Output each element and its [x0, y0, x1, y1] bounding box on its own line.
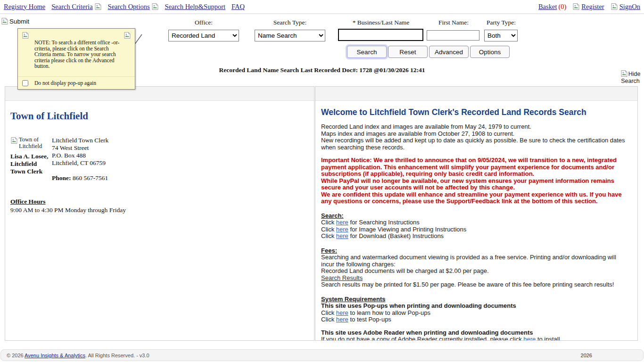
do-not-display-checkbox[interactable]: [22, 80, 28, 86]
search-results-link[interactable]: Search Results: [321, 274, 363, 281]
submit-label: Submit: [9, 18, 29, 25]
broken-image-icon: [10, 137, 18, 144]
popups-instruction-line: Click here to learn how to allow Pop-ups: [321, 310, 631, 317]
basket-count: (0): [558, 3, 566, 11]
fees-line: Searching and watermarked document viewi…: [321, 254, 631, 268]
phone-number: 860 567-7561: [71, 174, 108, 181]
party-type-select[interactable]: Both: [484, 30, 518, 41]
install-adobe-link[interactable]: here: [523, 336, 536, 341]
first-name-label: First Name:: [427, 19, 480, 26]
note-popup-dismiss-row: Do not display pop-up again: [18, 76, 135, 89]
broken-image-icon: [151, 3, 159, 10]
town-address-column: Litchfield Town Clerk 74 West Street P.O…: [52, 137, 108, 182]
broken-image-icon: [22, 32, 29, 39]
nav-registry-home[interactable]: Registry Home: [4, 3, 45, 11]
search-instruction-line: Click here for Image Viewing and Printin…: [321, 226, 631, 233]
advanced-button[interactable]: Advanced: [429, 46, 469, 58]
welcome-title: Welcome to Litchfield Town Clerk's Recor…: [321, 107, 631, 117]
important-notice: Important Notice: We are thrilled to ann…: [321, 157, 631, 205]
notice-line: Important Notice: We are thrilled to ann…: [321, 157, 631, 178]
search-instruction-line: Click here for Download (Basket) Instruc…: [321, 233, 631, 240]
note-popup: NOTE: To search a different office -or- …: [17, 28, 135, 90]
business-last-name-label: * Business/Last Name: [338, 19, 424, 26]
phone-line: Phone: 860 567-7561: [52, 174, 108, 182]
search-section-heading: Search:: [321, 213, 631, 220]
intro-paragraph: Recorded Land index and images are avail…: [321, 123, 631, 151]
party-type-label: Party Type:: [484, 19, 518, 26]
signon-item: SignOn: [611, 3, 640, 11]
spacer: [321, 323, 631, 329]
system-requirements-heading: System Requirements: [321, 296, 631, 303]
town-logo-alt-text: Town of Litchfield: [19, 137, 52, 149]
note-popup-text: NOTE: To search a different office -or- …: [34, 40, 122, 69]
intro-line: Maps index and images are available from…: [321, 131, 631, 138]
popups-title: This site uses Pop-ups when printing and…: [321, 303, 631, 310]
reset-button[interactable]: Reset: [388, 46, 428, 58]
line-text: Click: [321, 219, 336, 226]
search-type-label: Search Type:: [255, 19, 325, 26]
line-text: to learn how to allow Pop-ups: [348, 309, 430, 316]
hide-search-toggle[interactable]: Hide Search: [618, 70, 643, 85]
nav-search-options-item: Search Options: [108, 3, 159, 11]
broken-image-icon: [611, 3, 618, 10]
broken-image-icon: [572, 3, 580, 10]
town-info-panel: Town of Litchfield Town of Litchfield Li…: [5, 86, 314, 341]
allow-popups-link[interactable]: here: [336, 309, 348, 316]
copyright-pre: © 2026: [7, 353, 25, 358]
adobe-instruction-line: If you do not have a copy of Adobe Reade…: [321, 336, 631, 341]
test-popups-link[interactable]: here: [336, 316, 348, 323]
submit-button[interactable]: Submit: [1, 17, 29, 25]
town-info-body: Town of Litchfield Town of Litchfield Li…: [5, 101, 314, 214]
basket-item: Basket (0): [538, 3, 566, 11]
footer: © 2026 Avenu Insights & Analytics. All R…: [0, 349, 644, 361]
town-logo: Town of Litchfield: [10, 137, 52, 149]
broken-image-icon: [620, 70, 628, 77]
search-instruction-line: Click here for Searching Instructions: [321, 219, 631, 226]
nav-search-criteria[interactable]: Search Criteria: [51, 3, 92, 11]
top-nav: Registry Home Search Criteria Search Opt…: [0, 0, 644, 14]
business-last-name-input[interactable]: [338, 29, 423, 41]
office-label: Office:: [168, 19, 239, 26]
line-text: for Image Viewing and Printing Instructi…: [348, 226, 467, 233]
fees-line: Recorded Land documents will be charged …: [321, 268, 631, 275]
top-nav-right: Basket (0) Register SignOn: [538, 3, 640, 11]
town-title: Town of Litchfield: [10, 110, 308, 122]
download-basket-instructions-link[interactable]: here: [336, 232, 348, 239]
nav-search-options[interactable]: Search Options: [108, 3, 150, 11]
avenu-link[interactable]: Avenu Insights & Analytics: [25, 353, 85, 358]
do-not-display-label: Do not display pop-up again: [34, 80, 96, 86]
nav-faq[interactable]: FAQ: [231, 3, 245, 11]
fees-line: Search results may be printed for $1.50 …: [321, 281, 631, 288]
town-contact-row: Town of Litchfield Lisa A. Losee, Litchf…: [10, 137, 308, 182]
notice-line: We are confident this update will enhanc…: [321, 191, 631, 205]
search-type-select[interactable]: Name Search: [255, 30, 325, 41]
searching-instructions-link[interactable]: here: [336, 219, 348, 226]
line-text: Click: [321, 309, 336, 316]
signon-link[interactable]: SignOn: [619, 3, 640, 11]
nav-search-help[interactable]: Search Help&Support: [165, 3, 225, 11]
line-text: If you do not have a copy of Adobe Reade…: [321, 336, 523, 341]
basket-link[interactable]: Basket: [538, 3, 557, 11]
footer-year: 2026: [581, 353, 592, 358]
address-line: 74 West Street: [52, 144, 108, 152]
search-button[interactable]: Search: [347, 46, 387, 58]
address-line: Litchfield Town Clerk: [52, 137, 108, 144]
office-select[interactable]: Recorded Land: [168, 30, 239, 41]
first-name-input[interactable]: [427, 30, 479, 41]
intro-line: New recordings will be added and kept up…: [321, 137, 631, 151]
line-text: for Searching Instructions: [348, 219, 420, 226]
clerk-name: Lisa A. Losee, Litchfield Town Clerk: [10, 153, 52, 175]
broken-image-icon: [94, 3, 102, 10]
intro-line: Recorded Land index and images are avail…: [321, 123, 631, 131]
register-link[interactable]: Register: [581, 3, 604, 11]
register-item: Register: [572, 3, 604, 11]
line-text: to test Pop-ups: [348, 316, 391, 323]
image-viewing-instructions-link[interactable]: here: [336, 226, 348, 233]
line-text: Click: [321, 316, 336, 323]
copyright-text: © 2026 Avenu Insights & Analytics. All R…: [7, 353, 149, 358]
line-text: for Download (Basket) Instructions: [348, 232, 444, 239]
options-button[interactable]: Options: [470, 46, 510, 58]
copyright-post: . All Rights Reserved. - v3.0: [85, 353, 149, 358]
line-text: Click: [321, 226, 336, 233]
town-logo-column: Town of Litchfield Lisa A. Losee, Litchf…: [10, 137, 52, 182]
